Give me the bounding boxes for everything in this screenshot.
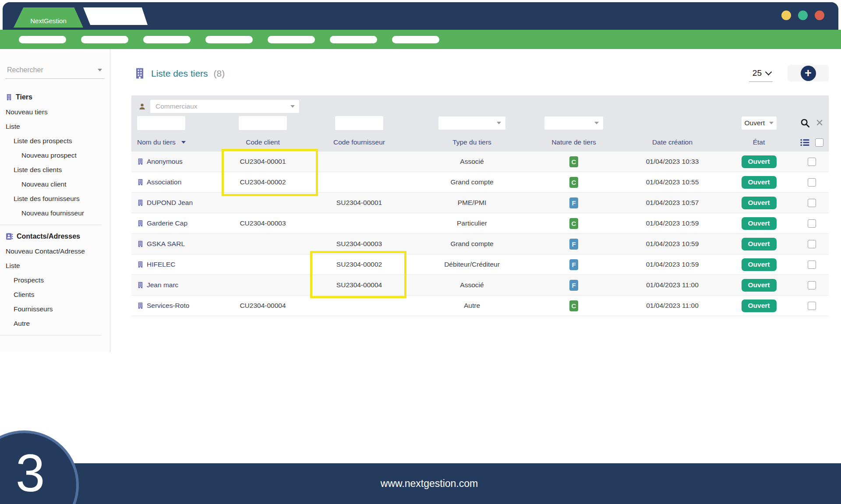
etat-ouvert-button[interactable]: Ouvert [742, 258, 777, 271]
highlight-box-code-fournisseur [310, 251, 406, 298]
row-checkbox[interactable] [808, 178, 816, 187]
nature-badge: F [569, 280, 578, 291]
add-tiers-button[interactable]: + [801, 66, 816, 81]
nav-menu-pill[interactable] [143, 36, 191, 43]
sidebar: Tiers Nouveau tiersListeListe des prospe… [0, 49, 110, 352]
filter-nature-select[interactable] [544, 116, 603, 130]
etat-ouvert-button[interactable]: Ouvert [742, 300, 777, 312]
date-creation-cell: 01/04/2023 10:59 [622, 219, 723, 227]
sidebar-item[interactable]: Nouveau fournisseur [0, 206, 110, 220]
column-header-date[interactable]: Date création [652, 138, 693, 146]
filter-type-select[interactable] [438, 116, 505, 130]
sidebar-divider [0, 335, 101, 335]
etat-ouvert-button[interactable]: Ouvert [742, 217, 777, 230]
column-header-type[interactable]: Type du tiers [452, 138, 491, 146]
table-row[interactable]: HIFELEC SU2304-00002 Débiteur/Créditeur … [131, 254, 829, 275]
building-icon [137, 220, 144, 227]
sidebar-item[interactable]: Liste des fournisseurs [0, 191, 110, 206]
select-all-checkbox[interactable] [815, 138, 823, 147]
row-checkbox[interactable] [808, 261, 816, 269]
date-creation-cell: 01/04/2023 10:59 [622, 261, 723, 268]
sidebar-item[interactable]: Liste [0, 258, 110, 273]
sidebar-item[interactable]: Fournisseurs [0, 302, 110, 316]
row-checkbox[interactable] [808, 199, 816, 207]
table-row[interactable]: GSKA SARL SU2304-00003 Grand compte F 01… [131, 234, 829, 254]
row-checkbox[interactable] [808, 240, 816, 248]
sidebar-search[interactable] [5, 64, 105, 79]
tiers-name-link[interactable]: Anonymous [147, 158, 183, 166]
sidebar-item[interactable]: Liste des prospects [0, 134, 110, 148]
column-header-code-client[interactable]: Code client [246, 138, 280, 146]
close-dot-icon[interactable] [815, 11, 824, 20]
search-input[interactable] [6, 66, 87, 74]
commercial-filter-select[interactable] [150, 100, 299, 113]
row-checkbox[interactable] [808, 158, 816, 166]
filter-etat-select[interactable]: Ouvert [742, 116, 777, 130]
type-tiers-cell: Associé [418, 281, 526, 289]
nav-menu-pill[interactable] [392, 36, 439, 43]
search-icon[interactable] [800, 118, 810, 128]
tiers-name-link[interactable]: Association [147, 178, 181, 186]
tiers-name-link[interactable]: DUPOND Jean [147, 199, 193, 207]
sidebar-item[interactable]: Nouveau Contact/Adresse [0, 244, 110, 258]
row-checkbox[interactable] [808, 302, 816, 310]
sidebar-item[interactable]: Nouveau client [0, 177, 110, 191]
sidebar-item[interactable]: Prospects [0, 273, 110, 287]
date-creation-cell: 01/04/2023 10:59 [622, 240, 723, 248]
column-header-nom[interactable]: Nom du tiers [137, 138, 176, 146]
nav-menu-pill[interactable] [330, 36, 377, 43]
page-size-select[interactable]: 25 [749, 68, 773, 82]
browser-tab-blank[interactable] [83, 7, 148, 25]
column-header-code-fournisseur[interactable]: Code fournisseur [333, 138, 385, 146]
nature-badge: F [569, 239, 578, 250]
tiers-name-link[interactable]: HIFELEC [147, 261, 175, 268]
filter-code-client-input[interactable] [239, 116, 287, 130]
add-button-container: + [788, 65, 829, 81]
column-header-etat[interactable]: État [753, 138, 765, 146]
nature-badge: C [569, 218, 578, 229]
minimize-dot-icon[interactable] [781, 11, 791, 20]
type-tiers-cell: Débiteur/Créditeur [418, 261, 526, 268]
sidebar-section-title: Tiers [16, 93, 32, 101]
sidebar-item[interactable]: Liste des clients [0, 162, 110, 177]
nav-menu-pill[interactable] [81, 36, 128, 43]
column-header-nature[interactable]: Nature de tiers [551, 138, 596, 146]
sidebar-item[interactable]: Liste [0, 119, 110, 134]
table-row[interactable]: Services-Roto CU2304-00004 Autre C 01/04… [131, 296, 829, 316]
sidebar-item[interactable]: Autre [0, 316, 110, 331]
tiers-name-link[interactable]: Garderie Cap [147, 219, 187, 227]
sidebar-item[interactable]: Nouveau prospect [0, 148, 110, 162]
tiers-name-link[interactable]: GSKA SARL [147, 240, 185, 248]
sidebar-item[interactable]: Nouveau tiers [0, 105, 110, 119]
table-row[interactable]: Garderie Cap CU2304-00003 Particulier C … [131, 213, 829, 234]
tiers-name-link[interactable]: Jean marc [147, 281, 178, 289]
etat-ouvert-button[interactable]: Ouvert [742, 279, 777, 292]
nav-menu-pill[interactable] [205, 36, 253, 43]
chevron-down-icon [769, 122, 774, 124]
etat-ouvert-button[interactable]: Ouvert [742, 197, 777, 209]
filter-code-fournisseur-input[interactable] [335, 116, 383, 130]
tiers-name-link[interactable]: Services-Roto [147, 302, 189, 310]
type-tiers-cell: Grand compte [418, 240, 526, 248]
etat-ouvert-button[interactable]: Ouvert [742, 176, 777, 189]
commercial-filter-input[interactable] [155, 102, 275, 111]
table-row[interactable]: Jean marc SU2304-00004 Associé F 01/04/2… [131, 275, 829, 296]
top-navigation-bar [0, 30, 841, 49]
sidebar-item[interactable]: Clients [0, 287, 110, 302]
nav-menu-pill[interactable] [19, 36, 66, 43]
list-view-icon[interactable] [800, 139, 809, 146]
etat-ouvert-button[interactable]: Ouvert [742, 238, 777, 250]
nav-menu-pill[interactable] [268, 36, 315, 43]
building-icon [137, 302, 144, 309]
maximize-dot-icon[interactable] [798, 11, 808, 20]
code-fournisseur-cell: SU2304-00003 [300, 240, 418, 248]
clear-filters-icon[interactable]: ✕ [816, 118, 823, 128]
row-checkbox[interactable] [808, 281, 816, 289]
filter-inputs-row: Ouvert ✕ [131, 116, 829, 130]
window-controls [781, 11, 824, 20]
filter-nom-input[interactable] [137, 116, 185, 130]
etat-ouvert-button[interactable]: Ouvert [742, 155, 777, 168]
date-creation-cell: 01/04/2023 11:00 [622, 302, 723, 310]
browser-tab-nextgestion[interactable]: NextGestion [14, 7, 83, 28]
row-checkbox[interactable] [808, 219, 816, 228]
